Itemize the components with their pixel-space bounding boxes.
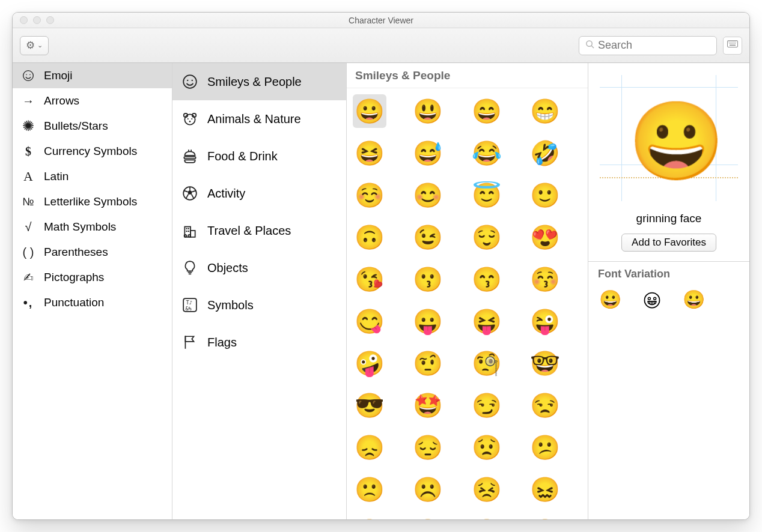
action-menu-button[interactable]: ⚙︎ ⌄ <box>20 36 49 55</box>
character-cell[interactable]: 🤣 <box>528 136 562 170</box>
subcategory-item-animals[interactable]: Animals & Nature <box>172 100 346 138</box>
character-cell[interactable]: 🥺 <box>470 515 504 519</box>
svg-point-55 <box>654 297 656 300</box>
add-to-favorites-button[interactable]: Add to Favorites <box>621 234 716 252</box>
character-cell[interactable]: 😌 <box>470 220 504 254</box>
character-cell[interactable]: 😘 <box>353 262 386 296</box>
subcategory-item-objects[interactable]: Objects <box>172 249 346 286</box>
character-cell[interactable]: 😟 <box>470 431 504 464</box>
character-cell[interactable]: 😀 <box>353 94 386 128</box>
category-label: Latin <box>44 170 69 183</box>
subcategory-item-travel[interactable]: Travel & Places <box>172 212 346 249</box>
character-cell[interactable]: 😩 <box>411 515 445 519</box>
category-item-bullets[interactable]: ✺ Bullets/Stars <box>13 113 172 139</box>
search-field[interactable] <box>579 36 717 55</box>
character-cell[interactable]: 😃 <box>411 94 445 128</box>
category-item-latin[interactable]: A Latin <box>13 164 172 189</box>
chevron-down-icon: ⌄ <box>37 41 43 49</box>
character-cell[interactable]: 😂 <box>470 136 504 170</box>
svg-line-38 <box>184 191 187 192</box>
character-cell[interactable]: 😒 <box>528 388 562 422</box>
svg-rect-5 <box>731 41 731 42</box>
character-cell[interactable]: 😗 <box>411 262 445 296</box>
character-cell[interactable]: 😋 <box>353 304 386 338</box>
character-cell[interactable]: 🤓 <box>528 346 562 380</box>
character-cell[interactable]: 😝 <box>470 304 504 338</box>
category-item-parentheses[interactable]: ( ) Parentheses <box>13 240 172 265</box>
asterisk-icon: ✺ <box>21 118 35 135</box>
character-cell[interactable]: 🙃 <box>353 220 386 254</box>
subcategory-item-flags[interactable]: Flags <box>172 324 346 361</box>
subcategory-item-symbols[interactable]: T♪&% Symbols <box>172 286 346 324</box>
bear-icon <box>181 111 199 127</box>
character-cell[interactable]: 😙 <box>470 262 504 296</box>
character-cell[interactable]: 😁 <box>528 94 562 128</box>
category-item-punctuation[interactable]: •, Punctuation <box>13 290 172 315</box>
svg-point-28 <box>189 121 191 122</box>
zoom-window-button[interactable] <box>46 16 54 24</box>
character-cell[interactable]: 🙂 <box>528 178 562 212</box>
character-cell[interactable]: 😕 <box>528 431 562 464</box>
detail-panel: 😀 grinning face Add to Favorites Font Va… <box>588 63 749 519</box>
minimize-window-button[interactable] <box>33 16 41 24</box>
font-variation-item[interactable] <box>643 289 661 310</box>
category-item-emoji[interactable]: Emoji <box>13 63 172 88</box>
category-label: Letterlike Symbols <box>44 195 137 208</box>
character-cell[interactable]: 🤨 <box>411 346 445 380</box>
character-cell[interactable]: 😖 <box>528 473 562 506</box>
character-cell[interactable]: 😄 <box>470 94 504 128</box>
character-cell[interactable]: 🤩 <box>411 388 445 422</box>
svg-rect-6 <box>732 41 733 42</box>
category-item-pictographs[interactable]: ✍︎ Pictographs <box>13 265 172 290</box>
character-cell[interactable]: 😛 <box>411 304 445 338</box>
search-icon <box>585 39 594 52</box>
character-cell[interactable]: ☹️ <box>411 473 445 506</box>
character-cell[interactable]: ☺️ <box>353 178 386 212</box>
character-cell[interactable]: 😢 <box>528 515 562 519</box>
character-viewer-window: Character Viewer ⚙︎ ⌄ Emoji → <box>12 12 750 520</box>
search-input[interactable] <box>598 39 737 52</box>
character-cell[interactable]: 😣 <box>470 473 504 506</box>
svg-line-35 <box>192 191 196 192</box>
character-cell[interactable]: 😫 <box>353 515 386 519</box>
parens-icon: ( ) <box>21 246 35 259</box>
category-item-currency[interactable]: $ Currency Symbols <box>13 139 172 164</box>
keyboard-viewer-button[interactable] <box>723 37 742 55</box>
flag-icon <box>181 334 199 350</box>
character-cell[interactable]: 😚 <box>528 262 562 296</box>
character-cell[interactable]: 😇 <box>470 178 504 212</box>
svg-line-37 <box>186 195 189 199</box>
close-window-button[interactable] <box>20 16 28 24</box>
category-item-math[interactable]: √ Math Symbols <box>13 214 172 240</box>
svg-rect-41 <box>186 228 187 229</box>
character-cell[interactable]: 😍 <box>528 220 562 254</box>
font-variation-item[interactable]: 😀 <box>599 289 621 310</box>
font-variation-header: Font Variation <box>588 261 749 284</box>
character-cell[interactable]: 😆 <box>353 136 386 170</box>
category-item-letterlike[interactable]: № Letterlike Symbols <box>13 189 172 214</box>
subcategory-label: Symbols <box>207 298 254 312</box>
character-cell[interactable]: 🤪 <box>353 346 386 380</box>
svg-point-45 <box>184 235 187 237</box>
subcategory-item-food[interactable]: Food & Drink <box>172 138 346 175</box>
svg-rect-9 <box>736 41 736 42</box>
character-cell[interactable]: 😅 <box>411 136 445 170</box>
svg-rect-42 <box>188 228 189 229</box>
character-cell[interactable]: 😊 <box>411 178 445 212</box>
svg-rect-29 <box>184 157 196 159</box>
character-cell[interactable]: 😞 <box>353 431 386 464</box>
punctuation-icon: •, <box>21 296 35 310</box>
bulb-icon <box>181 260 199 276</box>
svg-point-21 <box>187 80 188 81</box>
character-cell[interactable]: 😜 <box>528 304 562 338</box>
subcategory-item-smileys[interactable]: Smileys & People <box>172 63 346 100</box>
character-cell[interactable]: 🧐 <box>470 346 504 380</box>
subcategory-item-activity[interactable]: Activity <box>172 175 346 212</box>
character-cell[interactable]: 🙁 <box>353 473 386 506</box>
category-item-arrows[interactable]: → Arrows <box>13 88 172 113</box>
character-cell[interactable]: 😎 <box>353 388 386 422</box>
character-cell[interactable]: 😔 <box>411 431 445 464</box>
character-cell[interactable]: 😉 <box>411 220 445 254</box>
font-variation-item[interactable]: 😀 <box>683 289 705 310</box>
character-cell[interactable]: 😏 <box>470 388 504 422</box>
